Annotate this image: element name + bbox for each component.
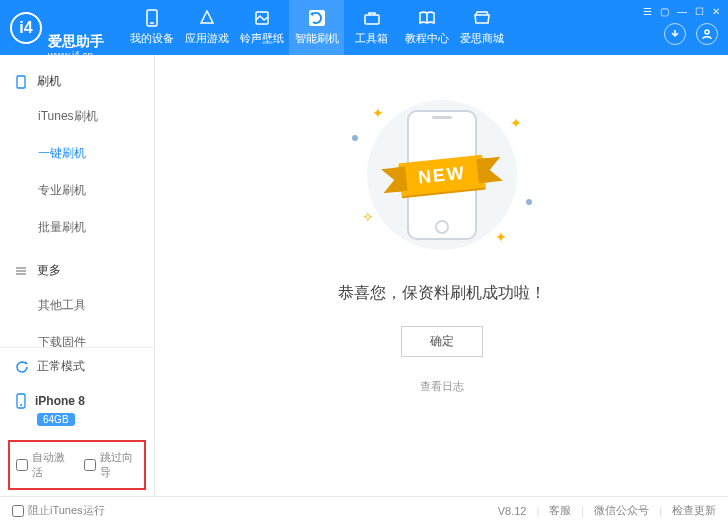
device-info[interactable]: iPhone 8 64GB (0, 385, 154, 434)
nav-apps[interactable]: 应用游戏 (179, 0, 234, 55)
title-bar: i4 爱思助手 www.i4.cn 我的设备 应用游戏 铃声壁纸 智能刷机 工具… (0, 0, 728, 55)
minimize-icon[interactable]: — (677, 6, 687, 17)
svg-rect-4 (365, 15, 379, 24)
flash-icon (308, 9, 326, 27)
skin-icon[interactable]: ▢ (660, 6, 669, 17)
sidebar-item-download-firmware[interactable]: 下载固件 (0, 324, 154, 347)
maximize-icon[interactable]: ☐ (695, 6, 704, 17)
main-content: ✦ ✦ ✧ ✦ NEW 恭喜您，保资料刷机成功啦！ 确定 查看日志 (155, 55, 728, 496)
app-url: www.i4.cn (48, 50, 104, 62)
sidebar-section-more[interactable]: 更多 (0, 254, 154, 287)
nav-flash[interactable]: 智能刷机 (289, 0, 344, 55)
refresh-icon (15, 360, 29, 374)
support-link[interactable]: 客服 (549, 503, 571, 518)
mode-status[interactable]: 正常模式 (0, 348, 154, 385)
version-label: V8.12 (498, 505, 527, 517)
storage-badge: 64GB (37, 413, 75, 426)
main-nav: 我的设备 应用游戏 铃声壁纸 智能刷机 工具箱 教程中心 爱思商城 (124, 0, 509, 55)
sidebar-item-itunes-flash[interactable]: iTunes刷机 (0, 98, 154, 135)
book-icon (418, 9, 436, 27)
list-icon (15, 265, 29, 277)
status-bar: 阻止iTunes运行 V8.12| 客服| 微信公众号| 检查更新 (0, 496, 728, 524)
nav-tutorials[interactable]: 教程中心 (399, 0, 454, 55)
view-log-link[interactable]: 查看日志 (420, 379, 464, 394)
apps-icon (198, 9, 216, 27)
skip-wizard-checkbox[interactable]: 跳过向导 (84, 450, 138, 480)
wallpaper-icon (253, 9, 271, 27)
sidebar-section-flash[interactable]: 刷机 (0, 65, 154, 98)
nav-my-device[interactable]: 我的设备 (124, 0, 179, 55)
user-button[interactable] (696, 23, 718, 45)
toolbox-icon (363, 9, 381, 27)
app-name: 爱思助手 (48, 0, 104, 50)
wechat-link[interactable]: 微信公众号 (594, 503, 649, 518)
ok-button[interactable]: 确定 (401, 326, 483, 357)
svg-rect-11 (17, 394, 25, 408)
phone-icon (143, 9, 161, 27)
auto-activate-checkbox[interactable]: 自动激活 (16, 450, 70, 480)
window-controls: ☰ ▢ — ☐ ✕ (643, 6, 720, 17)
success-message: 恭喜您，保资料刷机成功啦！ (338, 283, 546, 304)
success-illustration: ✦ ✦ ✧ ✦ NEW (342, 95, 542, 255)
svg-rect-7 (17, 76, 25, 88)
sparkle-icon: ✦ (372, 105, 384, 121)
sidebar-item-other-tools[interactable]: 其他工具 (0, 287, 154, 324)
block-itunes-checkbox[interactable]: 阻止iTunes运行 (12, 503, 105, 518)
nav-toolbox[interactable]: 工具箱 (344, 0, 399, 55)
check-update-link[interactable]: 检查更新 (672, 503, 716, 518)
nav-store[interactable]: 爱思商城 (454, 0, 509, 55)
sidebar: 刷机 iTunes刷机 一键刷机 专业刷机 批量刷机 更多 其他工具 下载固件 … (0, 55, 155, 496)
store-icon (473, 9, 491, 27)
device-icon (15, 75, 29, 89)
options-highlight-box: 自动激活 跳过向导 (8, 440, 146, 490)
device-name: iPhone 8 (35, 394, 85, 408)
svg-point-6 (705, 30, 709, 34)
logo-icon: i4 (10, 12, 42, 44)
sparkle-icon: ✧ (362, 209, 374, 225)
close-icon[interactable]: ✕ (712, 6, 720, 17)
sparkle-icon: ✦ (495, 229, 507, 245)
menu-icon[interactable]: ☰ (643, 6, 652, 17)
sidebar-item-batch-flash[interactable]: 批量刷机 (0, 209, 154, 246)
phone-small-icon (15, 393, 27, 409)
sparkle-icon: ✦ (510, 115, 522, 131)
sidebar-item-oneclick-flash[interactable]: 一键刷机 (0, 135, 154, 172)
nav-ringtones[interactable]: 铃声壁纸 (234, 0, 289, 55)
app-logo: i4 爱思助手 www.i4.cn (10, 0, 104, 62)
sidebar-item-pro-flash[interactable]: 专业刷机 (0, 172, 154, 209)
download-button[interactable] (664, 23, 686, 45)
